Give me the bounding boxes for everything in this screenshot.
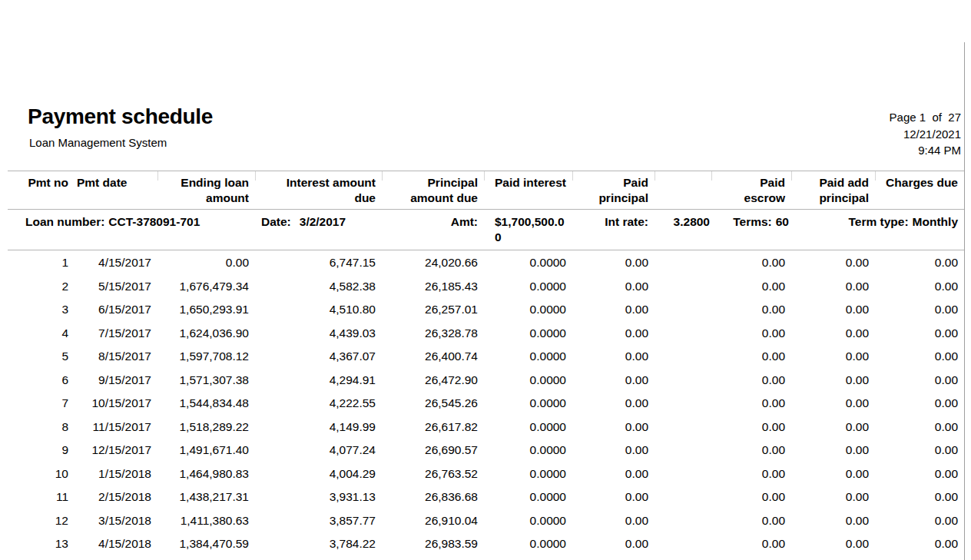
cell-paid-escrow: 0.00 <box>711 345 791 369</box>
table-row: 36/15/20171,650,293.914,510.8026,257.010… <box>8 298 964 322</box>
table-row: 912/15/20171,491,671.404,077.2426,690.57… <box>8 439 964 462</box>
cell-paid-escrow: 0.00 <box>711 298 791 322</box>
loan-number-value: CCT-378091-701 <box>108 215 200 228</box>
cell-principal-amount-due: 26,472.90 <box>382 369 484 393</box>
cell-paid-principal: 0.00 <box>572 251 655 275</box>
loan-number-label: Loan number: <box>25 215 104 228</box>
cell-principal-amount-due: 26,185.43 <box>382 275 484 299</box>
table-header-row: Pmt no Pmt date Ending loan amount Inter… <box>8 171 964 209</box>
cell-paid-add-principal: 0.00 <box>791 392 875 416</box>
cell-paid-add-principal: 0.00 <box>791 298 875 322</box>
cell-paid-principal: 0.00 <box>572 532 655 556</box>
cell-paid-escrow: 0.00 <box>711 392 791 416</box>
cell-pmt-date: 11/15/2017 <box>75 416 157 439</box>
cell-paid-interest: 0.0000 <box>484 298 572 322</box>
cell-charges-due: 0.00 <box>875 485 964 509</box>
cell-pmt-date: 6/15/2017 <box>75 298 157 322</box>
cell-ending-loan-amount: 1,676,479.34 <box>157 275 255 299</box>
cell-interest-amount-due: 3,784.22 <box>255 532 382 556</box>
header-spacer <box>655 171 711 209</box>
cell-paid-add-principal: 0.00 <box>791 322 875 346</box>
cell-ending-loan-amount: 1,491,671.40 <box>157 439 255 462</box>
cell-paid-escrow: 0.00 <box>711 275 791 299</box>
cell-charges-due: 0.00 <box>875 322 964 346</box>
cell-paid-principal: 0.00 <box>572 462 655 486</box>
cell-paid-escrow: 0.00 <box>711 251 791 275</box>
cell-principal-amount-due: 26,545.26 <box>382 392 484 416</box>
cell-interest-amount-due: 4,077.24 <box>255 439 382 462</box>
cell-pmt-no: 4 <box>8 322 75 346</box>
loan-term-type-value: Monthly <box>913 215 958 228</box>
cell-paid-interest: 0.0000 <box>484 251 572 275</box>
table-row: 47/15/20171,624,036.904,439.0326,328.780… <box>8 322 964 346</box>
cell-interest-amount-due: 4,582.38 <box>255 275 382 299</box>
table-row: 123/15/20181,411,380.633,857.7726,910.04… <box>8 509 964 533</box>
loan-term-type-label: Term type: <box>849 215 909 228</box>
loan-amount-value: $1,700,500.00 <box>484 209 572 250</box>
cell-interest-amount-due: 4,439.03 <box>255 322 382 346</box>
cell-paid-escrow: 0.00 <box>711 369 791 393</box>
cell-charges-due: 0.00 <box>875 345 964 369</box>
cell-paid-add-principal: 0.00 <box>791 462 875 486</box>
cell-paid-principal: 0.00 <box>572 298 655 322</box>
table-row: 710/15/20171,544,834.484,222.5526,545.26… <box>8 392 964 416</box>
cell-pmt-date: 5/15/2017 <box>75 275 157 299</box>
header-paid-escrow: Paid escrow <box>711 171 791 209</box>
cell-pmt-date: 1/15/2018 <box>75 462 157 486</box>
cell-paid-interest: 0.0000 <box>484 322 572 346</box>
cell-paid-principal: 0.00 <box>572 485 655 509</box>
cell-paid-interest: 0.0000 <box>484 345 572 369</box>
loan-terms-label: Terms: <box>733 215 772 228</box>
cell-pmt-date: 10/15/2017 <box>75 392 157 416</box>
cell-paid-interest: 0.0000 <box>484 462 572 486</box>
cell-charges-due: 0.00 <box>875 251 964 275</box>
cell-pmt-no: 10 <box>8 462 75 486</box>
cell-pmt-date: 12/15/2017 <box>75 439 157 462</box>
cell-pmt-no: 1 <box>8 251 75 275</box>
cell-paid-interest: 0.0000 <box>484 532 572 556</box>
cell-ending-loan-amount: 1,597,708.12 <box>157 345 255 369</box>
cell-pmt-no: 3 <box>8 298 75 322</box>
print-date: 12/21/2021 <box>890 126 961 143</box>
table-row: 14/15/20170.006,747.1524,020.660.00000.0… <box>8 251 964 275</box>
print-time: 9:44 PM <box>890 142 961 159</box>
cell-pmt-no: 2 <box>8 275 75 299</box>
cell-ending-loan-amount: 1,650,293.91 <box>157 298 255 322</box>
table-row: 112/15/20181,438,217.313,931.1326,836.68… <box>8 485 964 509</box>
cell-paid-add-principal: 0.00 <box>791 509 875 533</box>
loan-date: Date:3/2/2017 <box>255 209 382 250</box>
cell-pmt-no: 11 <box>8 485 75 509</box>
cell-paid-principal: 0.00 <box>572 509 655 533</box>
cell-interest-amount-due: 3,857.77 <box>255 509 382 533</box>
cell-pmt-no: 5 <box>8 345 75 369</box>
cell-paid-principal: 0.00 <box>572 369 655 393</box>
report-page: Payment schedule Loan Management System … <box>0 0 971 560</box>
cell-principal-amount-due: 26,328.78 <box>382 322 484 346</box>
header-principal-amount-due: Principal amount due <box>382 171 484 209</box>
cell-paid-escrow: 0.00 <box>711 485 791 509</box>
header-paid-add-principal: Paid add principal <box>791 171 875 209</box>
cell-principal-amount-due: 26,836.68 <box>382 485 484 509</box>
cell-interest-amount-due: 4,222.55 <box>255 392 382 416</box>
cell-charges-due: 0.00 <box>875 439 964 462</box>
report-subtitle: Loan Management System <box>29 136 167 149</box>
cell-paid-principal: 0.00 <box>572 439 655 462</box>
cell-paid-add-principal: 0.00 <box>791 439 875 462</box>
cell-paid-escrow: 0.00 <box>711 509 791 533</box>
table-row: 811/15/20171,518,289.224,149.9926,617.82… <box>8 416 964 439</box>
cell-principal-amount-due: 26,257.01 <box>382 298 484 322</box>
cell-ending-loan-amount: 1,624,036.90 <box>157 322 255 346</box>
cell-principal-amount-due: 26,617.82 <box>382 416 484 439</box>
cell-charges-due: 0.00 <box>875 369 964 393</box>
cell-principal-amount-due: 26,400.74 <box>382 345 484 369</box>
cell-ending-loan-amount: 1,438,217.31 <box>157 485 255 509</box>
cell-paid-principal: 0.00 <box>572 416 655 439</box>
cell-pmt-no: 12 <box>8 509 75 533</box>
cell-charges-due: 0.00 <box>875 416 964 439</box>
cell-interest-amount-due: 4,004.29 <box>255 462 382 486</box>
header-pmt-date: Pmt date <box>75 171 157 209</box>
cell-paid-add-principal: 0.00 <box>791 485 875 509</box>
payment-rows: 14/15/20170.006,747.1524,020.660.00000.0… <box>8 250 964 556</box>
cell-paid-add-principal: 0.00 <box>791 275 875 299</box>
cell-paid-principal: 0.00 <box>572 392 655 416</box>
